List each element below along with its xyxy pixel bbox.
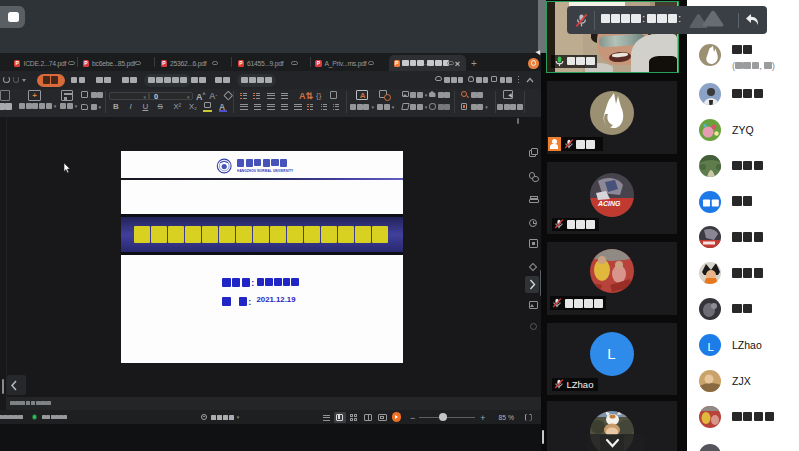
svg-text:L: L bbox=[708, 341, 715, 353]
svg-text:ACING: ACING bbox=[597, 200, 621, 207]
